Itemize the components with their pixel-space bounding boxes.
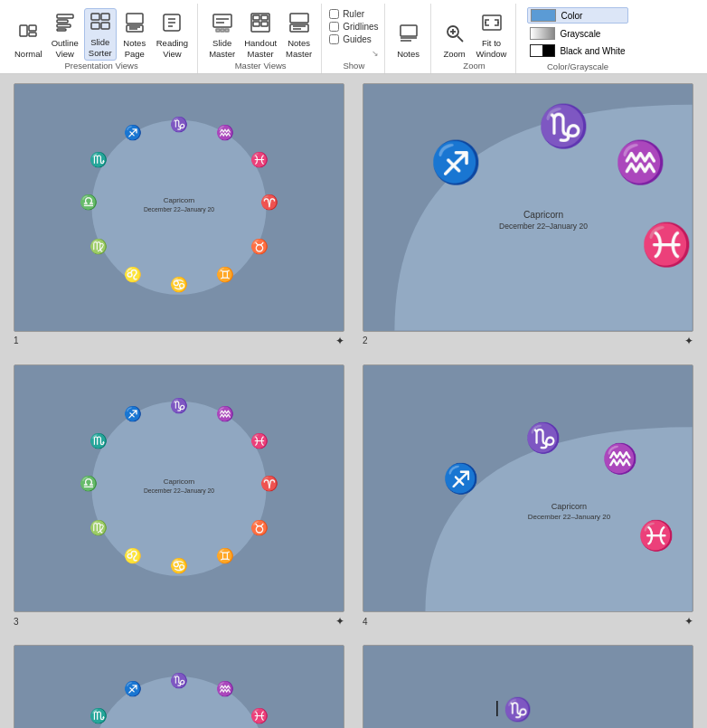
- svg-text:♑: ♑: [170, 672, 188, 689]
- master-views-group: SlideMaster HandoutMaster: [200, 4, 322, 73]
- color-option-grayscale[interactable]: Grayscale: [527, 26, 627, 41]
- svg-rect-10: [101, 23, 109, 29]
- guides-input[interactable]: [329, 34, 339, 44]
- slide-star-4: ✦: [684, 615, 693, 628]
- slide-container-5: ♑ ♒ ♓ ♈ ♉ ♊ ♋ ♌ ♍ ♎ ♏ ♐ Capricorn Decemb…: [14, 645, 344, 728]
- color-option-bw[interactable]: Black and White: [527, 43, 627, 58]
- slide-container-3: ♑ ♒ ♓ ♈ ♉ ♊ ♋ ♌ ♍ ♎ ♏ ♐ Capricorn Decemb…: [14, 364, 344, 631]
- slide-sorter-label: SlideSorter: [89, 37, 112, 58]
- ruler-input[interactable]: [329, 9, 339, 19]
- notes-group-label: [407, 61, 410, 73]
- svg-text:December 22–January 20: December 22–January 20: [499, 222, 588, 231]
- svg-text:Capricorn: Capricorn: [551, 501, 587, 510]
- normal-view-button[interactable]: Normal: [11, 21, 46, 61]
- slide-thumb-3[interactable]: ♑ ♒ ♓ ♈ ♉ ♊ ♋ ♌ ♍ ♎ ♏ ♐ Capricorn Decemb…: [14, 364, 344, 613]
- fit-to-window-label: Fit toWindow: [476, 38, 507, 59]
- svg-text:♏: ♏: [90, 707, 108, 724]
- svg-text:♐: ♐: [124, 405, 142, 422]
- color-swatch-gray: [530, 27, 555, 40]
- slide-thumb-2[interactable]: ♐ ♑ ♒ ♓ Capricorn December 22–January 20: [363, 83, 693, 332]
- show-expand-icon[interactable]: ↘: [372, 49, 379, 58]
- fit-to-window-icon: [481, 12, 503, 36]
- svg-text:♑: ♑: [170, 396, 188, 413]
- svg-text:Capricorn: Capricorn: [164, 196, 194, 204]
- slide-6-content: ♑ ♒ ♓ | Capricorn December 22–January 20…: [363, 646, 693, 728]
- slide-container-6: ♑ ♒ ♓ | Capricorn December 22–January 20…: [363, 645, 693, 728]
- svg-text:Capricorn: Capricorn: [523, 210, 564, 220]
- color-grayscale-label: Color/Grayscale: [547, 61, 608, 74]
- svg-rect-6: [57, 29, 66, 31]
- svg-text:♓: ♓: [250, 707, 269, 724]
- reading-view-button[interactable]: ReadingView: [153, 10, 192, 61]
- notes-buttons: Notes: [392, 4, 425, 61]
- svg-text:♌: ♌: [124, 266, 142, 283]
- svg-rect-2: [29, 33, 36, 36]
- svg-rect-19: [213, 14, 231, 27]
- notes-page-button[interactable]: NotesPage: [118, 10, 151, 61]
- slide-thumb-4[interactable]: ♐ ♑ ♒ ♓ Capricorn December 22–January 20: [363, 364, 693, 613]
- slide-thumb-5[interactable]: ♑ ♒ ♓ ♈ ♉ ♊ ♋ ♌ ♍ ♎ ♏ ♐ Capricorn Decemb…: [14, 645, 344, 728]
- svg-rect-3: [57, 14, 73, 18]
- svg-text:♑: ♑: [170, 116, 188, 133]
- guides-checkbox[interactable]: Guides: [329, 34, 378, 44]
- svg-text:Capricorn: Capricorn: [164, 477, 194, 485]
- color-option-color[interactable]: Color: [527, 7, 627, 24]
- slide-number-4: 4: [363, 617, 368, 627]
- notes-page-icon: [124, 12, 146, 36]
- svg-text:♐: ♐: [124, 680, 142, 697]
- slide-sorter-button[interactable]: SlideSorter: [84, 8, 117, 61]
- svg-text:♑: ♑: [525, 420, 561, 454]
- slide-container-1: ♑ ♒ ♓ ♈ ♉ ♊ ♋ ♌ ♍ ♎ ♏ ♐ Capricorn Decemb…: [14, 83, 344, 350]
- handout-master-icon: [250, 12, 271, 36]
- master-views-label: Master Views: [235, 61, 287, 73]
- svg-text:♓: ♓: [250, 151, 269, 168]
- notes-master-button[interactable]: NotesMaster: [282, 10, 316, 61]
- slide-footer-3: 3 ✦: [14, 612, 344, 630]
- svg-text:♐: ♐: [124, 124, 142, 141]
- notes-label: Notes: [397, 49, 419, 59]
- show-group: Ruler Gridlines Guides ↘ Show: [324, 4, 384, 73]
- zoom-label: Zoom: [443, 49, 465, 59]
- normal-view-icon: [17, 23, 39, 47]
- ruler-checkbox[interactable]: Ruler: [329, 9, 378, 19]
- svg-text:♈: ♈: [260, 194, 278, 211]
- svg-text:|: |: [495, 698, 500, 716]
- fit-to-window-button[interactable]: Fit toWindow: [473, 10, 511, 61]
- zoom-group: Zoom Fit toWindow Zoom: [433, 4, 517, 73]
- svg-rect-34: [401, 25, 417, 36]
- notes-group: Notes: [387, 4, 431, 73]
- svg-text:December 22–January 20: December 22–January 20: [144, 206, 214, 213]
- slide-sorter-area: ♑ ♒ ♓ ♈ ♉ ♊ ♋ ♌ ♍ ♎ ♏ ♐ Capricorn Decemb…: [0, 74, 707, 728]
- gridlines-checkbox[interactable]: Gridlines: [329, 22, 378, 32]
- svg-rect-1: [29, 25, 36, 31]
- svg-text:♍: ♍: [90, 238, 108, 255]
- slide-thumb-6[interactable]: ♑ ♒ ♓ | Capricorn December 22–January 20…: [363, 645, 693, 728]
- svg-text:♎: ♎: [80, 194, 98, 211]
- slide-master-label: SlideMaster: [209, 38, 235, 59]
- svg-rect-11: [127, 14, 143, 24]
- svg-text:♓: ♓: [641, 220, 693, 269]
- svg-text:♒: ♒: [216, 405, 234, 422]
- slide-thumb-1[interactable]: ♑ ♒ ♓ ♈ ♉ ♊ ♋ ♌ ♍ ♎ ♏ ♐ Capricorn Decemb…: [14, 83, 344, 332]
- reading-view-label: ReadingView: [156, 38, 188, 59]
- color-option-grayscale-label: Grayscale: [560, 29, 600, 39]
- svg-rect-29: [261, 22, 268, 26]
- svg-text:♒: ♒: [615, 137, 666, 187]
- ruler-label: Ruler: [343, 9, 364, 19]
- slide-number-2: 2: [363, 336, 368, 345]
- slide-master-button[interactable]: SlideMaster: [205, 10, 239, 61]
- gridlines-label: Gridlines: [343, 22, 378, 32]
- slide-star-3: ✦: [335, 615, 344, 628]
- notes-icon: [398, 23, 419, 47]
- svg-text:♒: ♒: [602, 440, 638, 475]
- gridlines-input[interactable]: [329, 22, 339, 32]
- slide-1-content: ♑ ♒ ♓ ♈ ♉ ♊ ♋ ♌ ♍ ♎ ♏ ♐ Capricorn Decemb…: [14, 84, 344, 331]
- svg-text:♏: ♏: [90, 431, 108, 449]
- color-swatch-bw: [530, 44, 555, 57]
- slide-5-content: ♑ ♒ ♓ ♈ ♉ ♊ ♋ ♌ ♍ ♎ ♏ ♐ Capricorn Decemb…: [14, 646, 344, 728]
- svg-text:♏: ♏: [90, 151, 108, 168]
- zoom-button[interactable]: Zoom: [438, 21, 471, 61]
- outline-view-button[interactable]: OutlineView: [48, 10, 82, 61]
- notes-button[interactable]: Notes: [392, 21, 425, 61]
- handout-master-button[interactable]: HandoutMaster: [240, 10, 280, 61]
